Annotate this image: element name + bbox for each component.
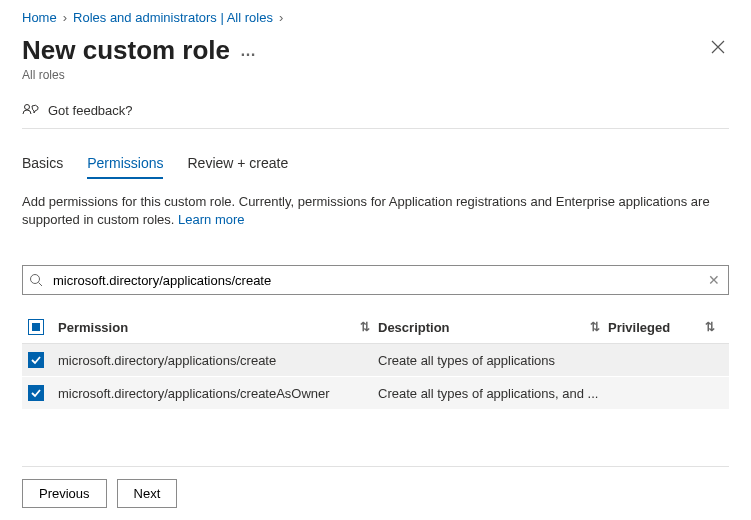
search-input[interactable] [51, 272, 700, 289]
sort-icon: ⇅ [360, 320, 378, 334]
breadcrumb-roles[interactable]: Roles and administrators | All roles [73, 10, 273, 25]
sort-icon: ⇅ [590, 320, 608, 334]
page-subtitle: All roles [22, 68, 729, 82]
column-privileged[interactable]: Privileged ⇅ [608, 320, 723, 335]
cell-permission: microsoft.directory/applications/create [58, 353, 378, 368]
select-all-checkbox[interactable] [28, 319, 44, 335]
feedback-label: Got feedback? [48, 103, 133, 118]
tabs: Basics Permissions Review + create [22, 155, 729, 179]
tab-permissions[interactable]: Permissions [87, 155, 163, 179]
column-privileged-label: Privileged [608, 320, 670, 335]
chevron-right-icon: › [63, 10, 67, 25]
feedback-link[interactable]: Got feedback? [22, 102, 729, 129]
clear-search-button[interactable]: ✕ [708, 272, 720, 288]
feedback-icon [22, 102, 40, 118]
permissions-description: Add permissions for this custom role. Cu… [22, 193, 729, 229]
table-row[interactable]: microsoft.directory/applications/create … [22, 344, 729, 377]
column-permission[interactable]: Permission ⇅ [58, 320, 378, 335]
breadcrumb-home[interactable]: Home [22, 10, 57, 25]
svg-point-1 [31, 275, 40, 284]
search-icon [29, 273, 43, 287]
search-box[interactable]: ✕ [22, 265, 729, 295]
chevron-right-icon: › [279, 10, 283, 25]
table-header: Permission ⇅ Description ⇅ Privileged ⇅ [22, 311, 729, 344]
column-description[interactable]: Description ⇅ [378, 320, 608, 335]
next-button[interactable]: Next [117, 479, 178, 508]
row-checkbox[interactable] [28, 385, 44, 401]
page-title-text: New custom role [22, 35, 230, 66]
cell-description: Create all types of applications, and ..… [378, 386, 608, 401]
check-icon [30, 354, 42, 366]
close-button[interactable] [707, 36, 729, 62]
tab-review[interactable]: Review + create [187, 155, 288, 179]
breadcrumb: Home › Roles and administrators | All ro… [22, 10, 729, 25]
svg-point-0 [25, 105, 30, 110]
close-icon [711, 40, 725, 54]
previous-button[interactable]: Previous [22, 479, 107, 508]
row-checkbox[interactable] [28, 352, 44, 368]
footer-buttons: Previous Next [22, 466, 729, 508]
description-text: Add permissions for this custom role. Cu… [22, 194, 710, 227]
column-permission-label: Permission [58, 320, 128, 335]
page-title: New custom role … [22, 35, 257, 66]
svg-line-2 [39, 283, 43, 287]
sort-icon: ⇅ [705, 320, 723, 334]
cell-permission: microsoft.directory/applications/createA… [58, 386, 378, 401]
column-description-label: Description [378, 320, 450, 335]
cell-description: Create all types of applications [378, 353, 608, 368]
learn-more-link[interactable]: Learn more [178, 212, 244, 227]
check-icon [30, 387, 42, 399]
more-icon[interactable]: … [240, 42, 257, 60]
table-row[interactable]: microsoft.directory/applications/createA… [22, 377, 729, 410]
tab-basics[interactable]: Basics [22, 155, 63, 179]
permissions-table: Permission ⇅ Description ⇅ Privileged ⇅ … [22, 311, 729, 410]
